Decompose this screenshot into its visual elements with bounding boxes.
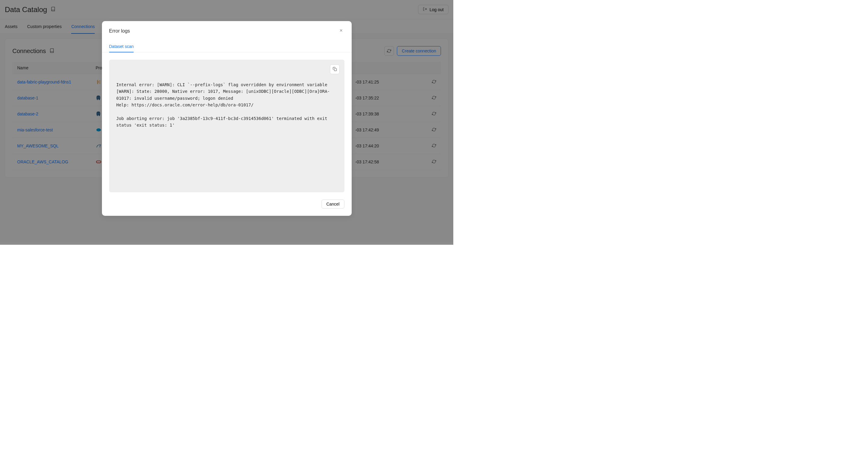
modal-tab-dataset-scan[interactable]: Dataset scan	[109, 41, 134, 53]
copy-icon	[333, 67, 337, 72]
cancel-button[interactable]: Cancel	[321, 200, 344, 209]
log-container: Internal error: [WARN]: CLI `--prefix-lo…	[109, 60, 344, 192]
copy-button[interactable]	[330, 65, 340, 74]
modal-title: Error logs	[109, 28, 130, 34]
modal-overlay: Error logs Dataset scan Internal error: …	[0, 0, 453, 245]
svg-rect-19	[334, 68, 337, 71]
log-text[interactable]: Internal error: [WARN]: CLI `--prefix-lo…	[116, 67, 337, 129]
close-button[interactable]	[338, 27, 344, 35]
error-logs-modal: Error logs Dataset scan Internal error: …	[102, 21, 352, 216]
close-icon	[339, 28, 343, 33]
